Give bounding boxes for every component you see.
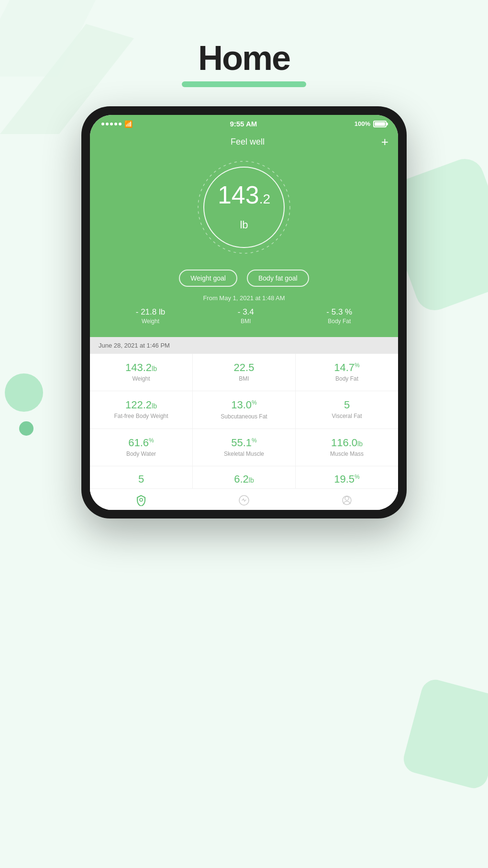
goal-buttons-row: Weight goal Body fat goal [100, 270, 388, 287]
phone-frame: 📶 9:55 AM 100% Feel well + [81, 106, 407, 519]
metric-bodywater-value: 61.6% [94, 438, 189, 448]
metric-weight-value: 143.2lb [94, 362, 189, 373]
shield-icon [135, 495, 147, 506]
signal-dot-4 [114, 123, 117, 125]
title-underline [182, 81, 306, 87]
nav-item-activity[interactable] [238, 495, 250, 506]
stat-weight: - 21.8 lb Weight [136, 307, 165, 325]
svg-point-2 [140, 498, 143, 501]
partial-value-1: 5 [94, 474, 189, 485]
signal-dot-5 [119, 123, 122, 125]
metric-subcut-value: 13.0% [197, 400, 291, 410]
metric-bodywater: 61.6% Body Water [90, 429, 193, 466]
bg-decoration-bottom-right [400, 676, 488, 791]
partial-value-2: 6.2lb [197, 474, 291, 485]
metric-weight-label: Weight [94, 375, 189, 382]
stat-bmi-label: BMI [238, 318, 254, 325]
activity-icon [238, 495, 250, 506]
weight-goal-button[interactable]: Weight goal [179, 270, 237, 287]
phone-container: 📶 9:55 AM 100% Feel well + [0, 106, 488, 519]
metric-bodyfat: 14.7% Body Fat [296, 354, 398, 391]
stat-bodyfat: - 5.3 % Body Fat [326, 307, 352, 325]
stat-weight-label: Weight [136, 318, 165, 325]
stat-weight-value: - 21.8 lb [136, 307, 165, 317]
status-right: 100% [355, 120, 387, 127]
weight-decimal: .2 [259, 192, 270, 206]
metric-visceral: 5 Visceral Fat [296, 391, 398, 428]
metric-skeletal-label: Skeletal Muscle [197, 451, 291, 457]
metric-musclemass-label: Muscle Mass [299, 451, 394, 457]
metric-skeletal-value: 55.1% [197, 438, 291, 448]
person-icon [341, 495, 353, 506]
metric-bodyfat-label: Body Fat [299, 375, 394, 382]
weight-value: 143.2 lb [218, 182, 270, 232]
weight-circle-outer: 143.2 lb [191, 155, 297, 260]
weight-display: 143.2 lb [218, 182, 270, 232]
status-left: 📶 [101, 120, 133, 128]
metric-visceral-label: Visceral Fat [299, 413, 394, 419]
metric-musclemass: 116.0lb Muscle Mass [296, 429, 398, 466]
metric-musclemass-value: 116.0lb [299, 438, 394, 448]
add-button[interactable]: + [381, 135, 388, 148]
partial-cell-1: 5 [90, 466, 193, 488]
metric-weight: 143.2lb Weight [90, 354, 193, 391]
metric-bmi: 22.5 BMI [193, 354, 296, 391]
metric-fatfree: 122.2lb Fat-free Body Weight [90, 391, 193, 428]
metric-bodywater-label: Body Water [94, 451, 189, 457]
stat-bodyfat-label: Body Fat [326, 318, 352, 325]
weight-unit: lb [240, 219, 248, 231]
page-title-section: Home [0, 0, 488, 106]
metrics-section: 143.2lb Weight 22.5 BMI 14.7% [90, 354, 398, 510]
svg-point-4 [345, 496, 349, 500]
from-date: From May 1, 2021 at 1:48 AM [100, 294, 388, 302]
nav-item-person[interactable] [341, 495, 353, 506]
signal-dot-3 [110, 123, 113, 125]
page-title: Home [0, 38, 488, 78]
battery-icon [373, 121, 387, 127]
stat-bmi-value: - 3.4 [238, 307, 254, 317]
phone-screen: 📶 9:55 AM 100% Feel well + [90, 115, 398, 510]
stats-row: - 21.8 lb Weight - 3.4 BMI - 5.3 % Body … [100, 307, 388, 327]
body-fat-goal-button[interactable]: Body fat goal [247, 270, 309, 287]
weight-integer: 143 [218, 181, 259, 209]
signal-dot-1 [101, 123, 104, 125]
metric-visceral-value: 5 [299, 400, 394, 410]
metrics-row-3: 61.6% Body Water 55.1% Skeletal Muscle 1… [90, 429, 398, 466]
metric-bodyfat-value: 14.7% [299, 362, 394, 373]
status-time: 9:55 AM [230, 120, 257, 128]
partial-cell-3: 19.5% [296, 466, 398, 488]
bottom-nav [90, 488, 398, 510]
nav-item-shield[interactable] [135, 495, 147, 506]
partial-cell-2: 6.2lb [193, 466, 296, 488]
signal-dot-2 [106, 123, 109, 125]
partial-value-3: 19.5% [299, 474, 394, 485]
metric-bmi-label: BMI [197, 375, 291, 382]
wifi-icon: 📶 [124, 120, 133, 128]
metrics-row-2: 122.2lb Fat-free Body Weight 13.0% Subcu… [90, 391, 398, 428]
weight-circle-container: 143.2 lb [100, 155, 388, 260]
battery-percent: 100% [355, 120, 370, 127]
metric-subcut-label: Subcutaneous Fat [197, 413, 291, 420]
metrics-row-partial: 5 6.2lb 19.5% [90, 466, 398, 488]
stat-bmi: - 3.4 BMI [238, 307, 254, 325]
app-title: Feel well [114, 137, 381, 147]
metric-bmi-value: 22.5 [197, 362, 291, 373]
green-header-section: Feel well + 143.2 lb [90, 131, 398, 337]
signal-bars [101, 123, 122, 125]
metric-fatfree-label: Fat-free Body Weight [94, 413, 189, 419]
metric-subcut: 13.0% Subcutaneous Fat [193, 391, 296, 428]
metric-skeletal: 55.1% Skeletal Muscle [193, 429, 296, 466]
metrics-row-1: 143.2lb Weight 22.5 BMI 14.7% [90, 354, 398, 391]
metric-fatfree-value: 122.2lb [94, 400, 189, 410]
date-bar: June 28, 2021 at 1:46 PM [90, 337, 398, 354]
header-row: Feel well + [100, 135, 388, 148]
stat-bodyfat-value: - 5.3 % [326, 307, 352, 317]
status-bar: 📶 9:55 AM 100% [90, 115, 398, 131]
battery-fill [375, 122, 385, 126]
